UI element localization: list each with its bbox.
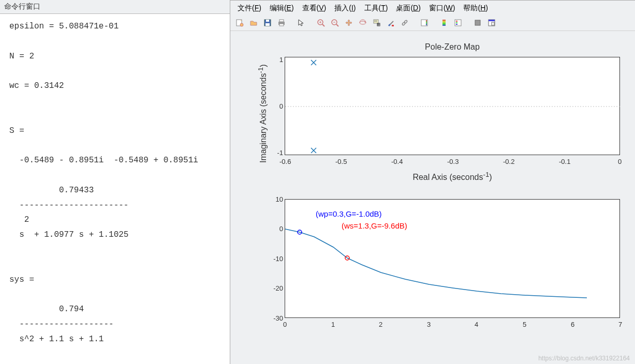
watermark: https://blog.csdn.net/k331922164 <box>538 355 630 362</box>
zoom-in-icon[interactable] <box>315 17 327 29</box>
svg-rect-3 <box>266 20 269 22</box>
svg-rect-27 <box>426 20 427 25</box>
legend-icon[interactable] <box>452 17 464 29</box>
pointer-icon[interactable] <box>295 17 307 29</box>
svg-rect-28 <box>442 20 446 26</box>
pz-xtick: -0.1 <box>559 158 570 165</box>
pan-icon[interactable] <box>343 17 355 29</box>
menu-edit[interactable]: 编辑(E) <box>267 3 297 14</box>
pz-xtick: 0 <box>618 158 622 165</box>
pz-ytick: 0 <box>277 102 283 110</box>
bode-xtick: 7 <box>618 321 622 328</box>
zoom-out-icon[interactable] <box>329 17 341 29</box>
pz-xtick: -0.5 <box>335 158 347 165</box>
figure-menubar: 文件(F) 编辑(E) 查看(V) 插入(I) 工具(T) 桌面(D) 窗口(W… <box>230 1 635 15</box>
insert-colorbar-icon[interactable] <box>418 17 431 29</box>
colorbar-icon[interactable] <box>438 17 450 29</box>
save-icon[interactable] <box>261 17 274 29</box>
data-cursor-icon[interactable] <box>371 17 383 29</box>
menu-desktop[interactable]: 桌面(D) <box>393 3 423 14</box>
annot-wp: (wp=0.3,G=-1.0dB) <box>316 209 382 218</box>
menu-help[interactable]: 帮助(H) <box>460 3 491 14</box>
svg-rect-29 <box>455 20 461 26</box>
figure-toolbar <box>230 15 635 31</box>
svg-rect-4 <box>265 23 270 26</box>
svg-point-24 <box>402 22 405 25</box>
menu-tools[interactable]: 工具(T) <box>361 3 391 14</box>
svg-point-25 <box>404 20 407 23</box>
pz-xtick: -0.2 <box>503 158 514 165</box>
brush-icon[interactable] <box>385 17 397 29</box>
svg-rect-36 <box>492 22 494 25</box>
bode-xtick: 2 <box>379 321 382 328</box>
svg-line-22 <box>390 21 393 24</box>
pzmap-title: Pole-Zero Map <box>285 42 620 52</box>
bode-xtick: 5 <box>523 321 526 328</box>
pzmap-ylabel: Imaginary Axis (seconds-1) <box>257 64 268 163</box>
menu-file[interactable]: 文件(F) <box>234 3 264 14</box>
svg-rect-33 <box>475 20 480 25</box>
bode-ytick: -10 <box>267 255 283 263</box>
figure-canvas: Pole-Zero Map Imaginary Axis (seconds-1)… <box>230 31 635 364</box>
svg-rect-35 <box>489 20 495 21</box>
command-window-output: epsilon = 5.088471e-01 N = 2 wc = 0.3142… <box>0 14 230 364</box>
command-window-pane: 命令行窗口 epsilon = 5.088471e-01 N = 2 wc = … <box>0 0 230 364</box>
bode-xtick: 1 <box>331 321 335 328</box>
pz-ytick: -1 <box>274 149 283 157</box>
dock-icon[interactable] <box>485 17 498 29</box>
svg-rect-23 <box>392 25 394 26</box>
bode-xtick: 0 <box>283 321 287 328</box>
new-figure-icon[interactable] <box>233 17 246 29</box>
rotate-3d-icon[interactable] <box>357 17 369 29</box>
print-icon[interactable] <box>275 17 288 29</box>
bode-xtick: 6 <box>571 321 574 328</box>
bode-ytick: 10 <box>271 195 283 203</box>
command-window-title: 命令行窗口 <box>0 0 230 14</box>
bode-xtick: 3 <box>427 321 431 328</box>
menu-view[interactable]: 查看(V) <box>299 3 330 14</box>
bode-ytick: -30 <box>267 314 283 322</box>
hide-tools-icon[interactable] <box>471 17 484 29</box>
pz-xtick: -0.4 <box>391 158 403 165</box>
pz-xtick: -0.3 <box>447 158 459 165</box>
bode-ytick: 0 <box>271 225 283 233</box>
bode-ytick: -20 <box>267 284 283 292</box>
svg-line-9 <box>322 24 324 26</box>
svg-point-1 <box>240 23 243 26</box>
pzmap-axes[interactable] <box>285 57 620 155</box>
pzmap-xlabel: Real Axis (seconds-1) <box>285 171 620 182</box>
menu-insert[interactable]: 插入(I) <box>331 3 359 14</box>
svg-rect-7 <box>279 24 284 26</box>
pz-ytick: 1 <box>277 56 283 64</box>
annot-ws: (ws=1.3,G=-9.6dB) <box>342 221 407 230</box>
bode-xtick: 4 <box>475 321 478 328</box>
open-icon[interactable] <box>247 17 260 29</box>
svg-rect-6 <box>279 20 284 22</box>
pz-xtick: -0.6 <box>279 158 291 165</box>
menu-window[interactable]: 窗口(W) <box>426 3 459 14</box>
link-icon[interactable] <box>398 17 411 29</box>
figure-window-pane: 文件(F) 编辑(E) 查看(V) 插入(I) 工具(T) 桌面(D) 窗口(W… <box>230 0 635 364</box>
svg-line-13 <box>336 24 338 26</box>
